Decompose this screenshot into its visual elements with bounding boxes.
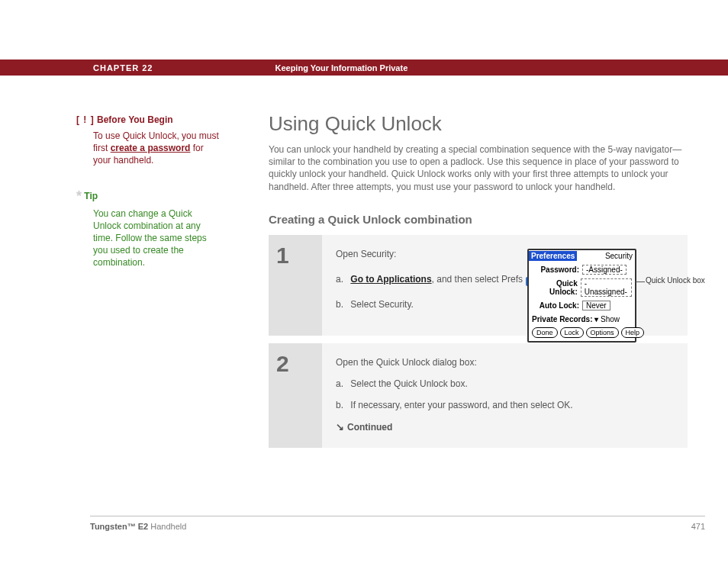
step-body-cell: Open Security: a. Go to Applications, an… xyxy=(322,235,688,339)
step-table: 1 Open Security: a. Go to Applications, … xyxy=(269,235,688,448)
autolock-box[interactable]: Never xyxy=(582,301,610,310)
before-you-begin-body: To use Quick Unlock, you must first crea… xyxy=(76,130,221,167)
password-label: Password: xyxy=(532,265,579,274)
main-content: Using Quick Unlock You can unlock your h… xyxy=(269,112,688,448)
private-records-row: Private Records: ▾ Show xyxy=(532,315,632,323)
password-box[interactable]: -Assigned- xyxy=(582,265,627,275)
callout-line xyxy=(636,282,645,282)
prefs-title-left: Preferences xyxy=(529,251,577,261)
asterisk-icon: * xyxy=(76,188,82,204)
page-number: 471 xyxy=(691,522,705,531)
prefs-window: Preferences Security Password: -Assigned… xyxy=(527,249,636,343)
help-button[interactable]: Help xyxy=(621,327,645,338)
prefs-row-quickunlock: Quick Unlock: -Unassigned- xyxy=(532,278,632,297)
continued-arrow-icon: ↘ xyxy=(336,421,344,433)
chapter-title: Keeping Your Information Private xyxy=(275,63,407,72)
done-button[interactable]: Done xyxy=(532,327,558,338)
product-name-rest: Handheld xyxy=(148,522,186,531)
private-records-label: Private Records: xyxy=(532,315,592,323)
sidebar: [ ! ] Before You Begin To use Quick Unlo… xyxy=(76,114,221,269)
continued-indicator: ↘Continued xyxy=(336,421,674,433)
prefs-button-row: Done Lock Options Help xyxy=(529,325,635,341)
sub-b-text: Select Security. xyxy=(350,299,413,310)
prefs-screenshot-figure: Preferences Security Password: -Assigned… xyxy=(527,249,680,343)
quickunlock-callout: Quick Unlock box xyxy=(646,276,705,285)
continued-label: Continued xyxy=(347,422,392,433)
product-name: Tungsten™ E2 Handheld xyxy=(90,522,186,531)
sub-label: b. xyxy=(336,400,343,410)
step-number-cell: 2 xyxy=(269,339,322,448)
intro-paragraph: You can unlock your handheld by creating… xyxy=(269,143,688,193)
create-password-link[interactable]: create a password xyxy=(111,143,191,153)
dropdown-arrow-icon[interactable]: ▾ xyxy=(594,315,598,323)
footer: Tungsten™ E2 Handheld 471 xyxy=(90,522,705,531)
section-title: Creating a Quick Unlock combination xyxy=(269,213,688,226)
step-number-cell: 1 xyxy=(269,235,322,339)
lock-button[interactable]: Lock xyxy=(560,327,584,338)
tip-body: You can change a Quick Unlock combinatio… xyxy=(76,208,221,269)
prefs-row-autolock: Auto Lock: Never xyxy=(532,301,632,310)
step-sub-a: a. Select the Quick Unlock box. xyxy=(336,378,674,389)
sub-b-text: If necessary, enter your password, and t… xyxy=(350,400,572,410)
chapter-header: CHAPTER 22 Keeping Your Information Priv… xyxy=(0,60,728,76)
sub-a-text: Select the Quick Unlock box. xyxy=(350,378,467,389)
go-to-applications-link[interactable]: Go to Applications xyxy=(350,274,431,285)
quickunlock-label: Quick Unlock: xyxy=(532,279,578,296)
private-records-value[interactable]: Show xyxy=(601,315,620,323)
sub-a-mid: , and then select Prefs xyxy=(432,274,526,285)
tip-header: * Tip xyxy=(76,188,221,204)
prefs-title-right: Security xyxy=(605,252,635,260)
options-button[interactable]: Options xyxy=(586,327,619,338)
step-row: 1 Open Security: a. Go to Applications, … xyxy=(269,235,688,339)
prefs-row-password: Password: -Assigned- xyxy=(532,265,632,275)
before-you-begin-header: [ ! ] Before You Begin xyxy=(76,114,221,125)
before-you-begin-title: Before You Begin xyxy=(97,114,173,125)
step-row: 2 Open the Quick Unlock dialog box: a. S… xyxy=(269,339,688,448)
chapter-label: CHAPTER 22 xyxy=(93,63,153,72)
quickunlock-box[interactable]: -Unassigned- xyxy=(581,278,632,297)
sub-label: a. xyxy=(336,378,343,389)
step-sub-b: b. If necessary, enter your password, an… xyxy=(336,400,674,410)
product-name-bold: Tungsten™ E2 xyxy=(90,522,148,531)
sub-label: b. xyxy=(336,299,343,310)
step-number: 1 xyxy=(276,243,322,269)
before-you-begin-prefix: [ ! ] xyxy=(76,114,95,125)
sub-label: a. xyxy=(336,274,343,285)
step-lead: Open the Quick Unlock dialog box: xyxy=(336,357,674,368)
autolock-label: Auto Lock: xyxy=(532,301,579,310)
step-number: 2 xyxy=(276,351,322,377)
page-title: Using Quick Unlock xyxy=(269,112,688,136)
step-body-cell: Open the Quick Unlock dialog box: a. Sel… xyxy=(322,339,688,448)
tip-title: Tip xyxy=(84,190,98,201)
prefs-titlebar: Preferences Security xyxy=(529,250,635,262)
footer-rule xyxy=(90,516,705,516)
prefs-body: Password: -Assigned- Quick Unlock: -Unas… xyxy=(529,262,635,325)
